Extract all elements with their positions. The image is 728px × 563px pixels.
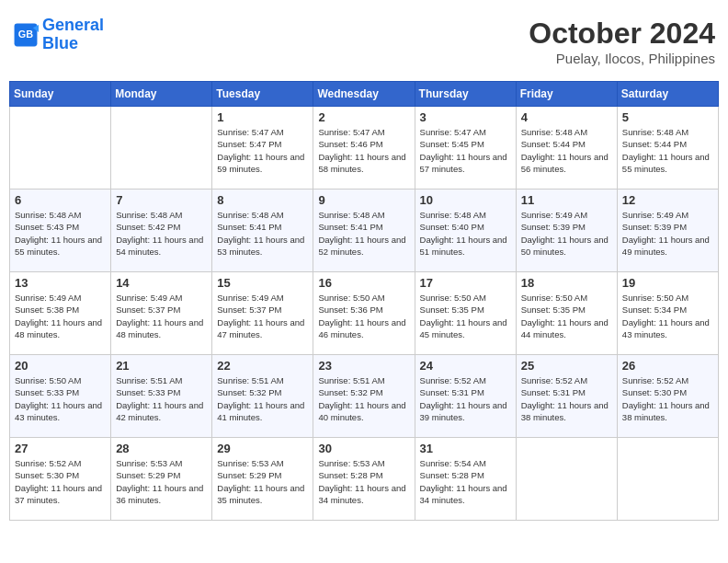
day-info: Sunrise: 5:50 AMSunset: 5:35 PMDaylight:… (521, 292, 612, 340)
calendar-cell (516, 438, 617, 521)
day-number: 11 (521, 193, 612, 207)
day-number: 6 (15, 193, 106, 207)
calendar-table: SundayMondayTuesdayWednesdayThursdayFrid… (9, 81, 719, 521)
day-info: Sunrise: 5:48 AMSunset: 5:43 PMDaylight:… (15, 209, 106, 258)
day-info: Sunrise: 5:52 AMSunset: 5:31 PMDaylight:… (420, 374, 511, 423)
day-number: 14 (116, 276, 207, 290)
day-number: 21 (116, 359, 207, 373)
weekday-header-tuesday: Tuesday (212, 82, 313, 107)
day-info: Sunrise: 5:50 AMSunset: 5:33 PMDaylight:… (15, 374, 106, 423)
day-number: 5 (622, 110, 713, 124)
svg-text:GB: GB (18, 29, 33, 40)
day-info: Sunrise: 5:54 AMSunset: 5:28 PMDaylight:… (420, 457, 511, 506)
day-info: Sunrise: 5:50 AMSunset: 5:34 PMDaylight:… (622, 292, 713, 340)
day-number: 16 (318, 276, 409, 290)
calendar-cell: 8Sunrise: 5:48 AMSunset: 5:41 PMDaylight… (212, 190, 313, 272)
day-number: 24 (420, 359, 511, 373)
calendar-cell (10, 107, 111, 190)
calendar-week-row: 20Sunrise: 5:50 AMSunset: 5:33 PMDayligh… (10, 355, 719, 438)
day-number: 3 (420, 110, 511, 124)
weekday-header-wednesday: Wednesday (313, 82, 415, 107)
day-number: 26 (622, 359, 713, 373)
calendar-cell: 29Sunrise: 5:53 AMSunset: 5:29 PMDayligh… (212, 438, 313, 521)
day-info: Sunrise: 5:49 AMSunset: 5:37 PMDaylight:… (217, 292, 308, 340)
calendar-cell: 6Sunrise: 5:48 AMSunset: 5:43 PMDaylight… (10, 190, 111, 272)
day-number: 7 (116, 193, 207, 207)
calendar-cell: 23Sunrise: 5:51 AMSunset: 5:32 PMDayligh… (313, 355, 415, 438)
day-number: 29 (217, 442, 308, 455)
day-number: 28 (116, 442, 207, 455)
day-number: 1 (217, 110, 308, 124)
day-number: 15 (217, 276, 308, 290)
weekday-header-sunday: Sunday (10, 82, 111, 107)
calendar-cell: 7Sunrise: 5:48 AMSunset: 5:42 PMDaylight… (111, 190, 212, 272)
day-number: 9 (318, 193, 409, 207)
day-number: 12 (622, 193, 713, 207)
calendar-cell: 4Sunrise: 5:48 AMSunset: 5:44 PMDaylight… (516, 107, 617, 190)
calendar-cell: 10Sunrise: 5:48 AMSunset: 5:40 PMDayligh… (415, 190, 516, 272)
day-number: 23 (318, 359, 409, 373)
day-number: 27 (15, 442, 106, 455)
weekday-header-row: SundayMondayTuesdayWednesdayThursdayFrid… (10, 82, 719, 107)
day-number: 17 (420, 276, 511, 290)
logo: GB General Blue (13, 17, 104, 53)
day-info: Sunrise: 5:51 AMSunset: 5:32 PMDaylight:… (217, 374, 308, 423)
title-block: October 2024 Puelay, Ilocos, Philippines (529, 17, 715, 66)
weekday-header-friday: Friday (516, 82, 617, 107)
day-number: 30 (318, 442, 409, 455)
day-info: Sunrise: 5:53 AMSunset: 5:28 PMDaylight:… (318, 457, 409, 506)
day-info: Sunrise: 5:49 AMSunset: 5:38 PMDaylight:… (15, 292, 106, 340)
day-number: 19 (622, 276, 713, 290)
calendar-cell: 13Sunrise: 5:49 AMSunset: 5:38 PMDayligh… (10, 272, 111, 355)
page-header: GB General Blue October 2024 Puelay, Ilo… (9, 9, 719, 74)
logo-icon: GB (13, 22, 39, 48)
day-number: 22 (217, 359, 308, 373)
calendar-cell: 11Sunrise: 5:49 AMSunset: 5:39 PMDayligh… (516, 190, 617, 272)
day-info: Sunrise: 5:52 AMSunset: 5:30 PMDaylight:… (622, 374, 713, 423)
day-info: Sunrise: 5:47 AMSunset: 5:45 PMDaylight:… (420, 126, 511, 175)
day-info: Sunrise: 5:48 AMSunset: 5:44 PMDaylight:… (622, 126, 713, 175)
calendar-cell: 17Sunrise: 5:50 AMSunset: 5:35 PMDayligh… (415, 272, 516, 355)
calendar-cell: 25Sunrise: 5:52 AMSunset: 5:31 PMDayligh… (516, 355, 617, 438)
calendar-cell: 27Sunrise: 5:52 AMSunset: 5:30 PMDayligh… (10, 438, 111, 521)
day-info: Sunrise: 5:50 AMSunset: 5:35 PMDaylight:… (420, 292, 511, 340)
weekday-header-saturday: Saturday (617, 82, 718, 107)
day-info: Sunrise: 5:49 AMSunset: 5:39 PMDaylight:… (622, 209, 713, 258)
weekday-header-monday: Monday (111, 82, 212, 107)
day-info: Sunrise: 5:48 AMSunset: 5:40 PMDaylight:… (420, 209, 511, 258)
calendar-cell: 1Sunrise: 5:47 AMSunset: 5:47 PMDaylight… (212, 107, 313, 190)
day-info: Sunrise: 5:53 AMSunset: 5:29 PMDaylight:… (217, 457, 308, 506)
calendar-week-row: 13Sunrise: 5:49 AMSunset: 5:38 PMDayligh… (10, 272, 719, 355)
day-number: 8 (217, 193, 308, 207)
day-number: 25 (521, 359, 612, 373)
day-info: Sunrise: 5:49 AMSunset: 5:37 PMDaylight:… (116, 292, 207, 340)
day-number: 4 (521, 110, 612, 124)
weekday-header-thursday: Thursday (415, 82, 516, 107)
location-subtitle: Puelay, Ilocos, Philippines (529, 51, 715, 66)
day-number: 31 (420, 442, 511, 455)
day-info: Sunrise: 5:48 AMSunset: 5:44 PMDaylight:… (521, 126, 612, 175)
logo-text: General Blue (42, 17, 104, 53)
day-info: Sunrise: 5:50 AMSunset: 5:36 PMDaylight:… (318, 292, 409, 340)
calendar-cell: 24Sunrise: 5:52 AMSunset: 5:31 PMDayligh… (415, 355, 516, 438)
calendar-cell: 3Sunrise: 5:47 AMSunset: 5:45 PMDaylight… (415, 107, 516, 190)
day-number: 18 (521, 276, 612, 290)
month-title: October 2024 (529, 17, 715, 51)
day-info: Sunrise: 5:53 AMSunset: 5:29 PMDaylight:… (116, 457, 207, 506)
calendar-cell: 31Sunrise: 5:54 AMSunset: 5:28 PMDayligh… (415, 438, 516, 521)
calendar-cell: 15Sunrise: 5:49 AMSunset: 5:37 PMDayligh… (212, 272, 313, 355)
calendar-cell: 12Sunrise: 5:49 AMSunset: 5:39 PMDayligh… (617, 190, 718, 272)
day-info: Sunrise: 5:48 AMSunset: 5:41 PMDaylight:… (217, 209, 308, 258)
day-number: 20 (15, 359, 106, 373)
calendar-cell: 14Sunrise: 5:49 AMSunset: 5:37 PMDayligh… (111, 272, 212, 355)
calendar-cell: 26Sunrise: 5:52 AMSunset: 5:30 PMDayligh… (617, 355, 718, 438)
calendar-cell: 9Sunrise: 5:48 AMSunset: 5:41 PMDaylight… (313, 190, 415, 272)
calendar-cell: 5Sunrise: 5:48 AMSunset: 5:44 PMDaylight… (617, 107, 718, 190)
day-info: Sunrise: 5:52 AMSunset: 5:30 PMDaylight:… (15, 457, 106, 506)
day-info: Sunrise: 5:52 AMSunset: 5:31 PMDaylight:… (521, 374, 612, 423)
day-info: Sunrise: 5:48 AMSunset: 5:41 PMDaylight:… (318, 209, 409, 258)
day-number: 10 (420, 193, 511, 207)
calendar-week-row: 1Sunrise: 5:47 AMSunset: 5:47 PMDaylight… (10, 107, 719, 190)
day-info: Sunrise: 5:47 AMSunset: 5:46 PMDaylight:… (318, 126, 409, 175)
calendar-cell: 28Sunrise: 5:53 AMSunset: 5:29 PMDayligh… (111, 438, 212, 521)
